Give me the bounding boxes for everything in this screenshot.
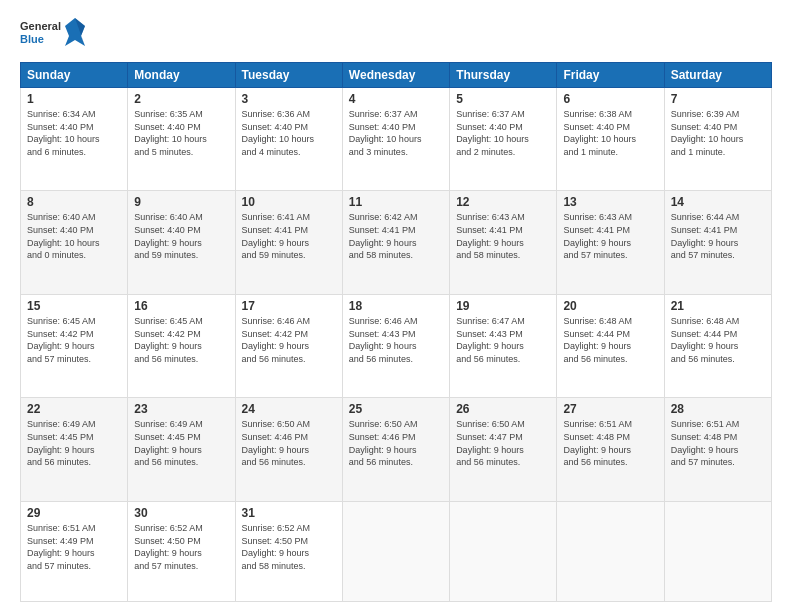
calendar-cell: 22Sunrise: 6:49 AM Sunset: 4:45 PM Dayli… <box>21 398 128 501</box>
calendar-week-row: 15Sunrise: 6:45 AM Sunset: 4:42 PM Dayli… <box>21 294 772 397</box>
calendar-cell: 9Sunrise: 6:40 AM Sunset: 4:40 PM Daylig… <box>128 191 235 294</box>
calendar-cell: 28Sunrise: 6:51 AM Sunset: 4:48 PM Dayli… <box>664 398 771 501</box>
day-info: Sunrise: 6:46 AM Sunset: 4:43 PM Dayligh… <box>349 315 443 365</box>
day-number: 1 <box>27 92 121 106</box>
calendar-week-row: 8Sunrise: 6:40 AM Sunset: 4:40 PM Daylig… <box>21 191 772 294</box>
day-info: Sunrise: 6:48 AM Sunset: 4:44 PM Dayligh… <box>671 315 765 365</box>
day-number: 29 <box>27 506 121 520</box>
day-info: Sunrise: 6:42 AM Sunset: 4:41 PM Dayligh… <box>349 211 443 261</box>
day-number: 9 <box>134 195 228 209</box>
calendar-cell: 23Sunrise: 6:49 AM Sunset: 4:45 PM Dayli… <box>128 398 235 501</box>
day-number: 26 <box>456 402 550 416</box>
day-number: 6 <box>563 92 657 106</box>
day-number: 11 <box>349 195 443 209</box>
day-number: 2 <box>134 92 228 106</box>
day-info: Sunrise: 6:37 AM Sunset: 4:40 PM Dayligh… <box>456 108 550 158</box>
day-number: 8 <box>27 195 121 209</box>
calendar-cell: 17Sunrise: 6:46 AM Sunset: 4:42 PM Dayli… <box>235 294 342 397</box>
calendar-cell: 16Sunrise: 6:45 AM Sunset: 4:42 PM Dayli… <box>128 294 235 397</box>
calendar-cell: 21Sunrise: 6:48 AM Sunset: 4:44 PM Dayli… <box>664 294 771 397</box>
day-info: Sunrise: 6:34 AM Sunset: 4:40 PM Dayligh… <box>27 108 121 158</box>
calendar-week-row: 22Sunrise: 6:49 AM Sunset: 4:45 PM Dayli… <box>21 398 772 501</box>
day-info: Sunrise: 6:52 AM Sunset: 4:50 PM Dayligh… <box>242 522 336 572</box>
day-info: Sunrise: 6:35 AM Sunset: 4:40 PM Dayligh… <box>134 108 228 158</box>
day-info: Sunrise: 6:49 AM Sunset: 4:45 PM Dayligh… <box>27 418 121 468</box>
day-number: 12 <box>456 195 550 209</box>
calendar-cell: 13Sunrise: 6:43 AM Sunset: 4:41 PM Dayli… <box>557 191 664 294</box>
day-info: Sunrise: 6:41 AM Sunset: 4:41 PM Dayligh… <box>242 211 336 261</box>
day-number: 28 <box>671 402 765 416</box>
calendar-cell: 11Sunrise: 6:42 AM Sunset: 4:41 PM Dayli… <box>342 191 449 294</box>
day-info: Sunrise: 6:45 AM Sunset: 4:42 PM Dayligh… <box>27 315 121 365</box>
day-number: 27 <box>563 402 657 416</box>
column-header-tuesday: Tuesday <box>235 63 342 88</box>
calendar-cell: 1Sunrise: 6:34 AM Sunset: 4:40 PM Daylig… <box>21 88 128 191</box>
day-number: 19 <box>456 299 550 313</box>
day-number: 24 <box>242 402 336 416</box>
column-header-saturday: Saturday <box>664 63 771 88</box>
calendar-cell: 31Sunrise: 6:52 AM Sunset: 4:50 PM Dayli… <box>235 501 342 601</box>
day-info: Sunrise: 6:43 AM Sunset: 4:41 PM Dayligh… <box>563 211 657 261</box>
calendar-week-row: 29Sunrise: 6:51 AM Sunset: 4:49 PM Dayli… <box>21 501 772 601</box>
calendar-cell <box>450 501 557 601</box>
day-info: Sunrise: 6:50 AM Sunset: 4:46 PM Dayligh… <box>242 418 336 468</box>
calendar-cell <box>342 501 449 601</box>
day-info: Sunrise: 6:45 AM Sunset: 4:42 PM Dayligh… <box>134 315 228 365</box>
calendar-cell: 30Sunrise: 6:52 AM Sunset: 4:50 PM Dayli… <box>128 501 235 601</box>
calendar-cell: 4Sunrise: 6:37 AM Sunset: 4:40 PM Daylig… <box>342 88 449 191</box>
calendar-cell: 25Sunrise: 6:50 AM Sunset: 4:46 PM Dayli… <box>342 398 449 501</box>
day-info: Sunrise: 6:51 AM Sunset: 4:49 PM Dayligh… <box>27 522 121 572</box>
calendar-cell: 5Sunrise: 6:37 AM Sunset: 4:40 PM Daylig… <box>450 88 557 191</box>
day-info: Sunrise: 6:39 AM Sunset: 4:40 PM Dayligh… <box>671 108 765 158</box>
day-number: 25 <box>349 402 443 416</box>
calendar-cell: 19Sunrise: 6:47 AM Sunset: 4:43 PM Dayli… <box>450 294 557 397</box>
day-info: Sunrise: 6:47 AM Sunset: 4:43 PM Dayligh… <box>456 315 550 365</box>
day-number: 18 <box>349 299 443 313</box>
day-info: Sunrise: 6:51 AM Sunset: 4:48 PM Dayligh… <box>563 418 657 468</box>
day-number: 4 <box>349 92 443 106</box>
day-info: Sunrise: 6:43 AM Sunset: 4:41 PM Dayligh… <box>456 211 550 261</box>
day-number: 20 <box>563 299 657 313</box>
svg-text:General: General <box>20 20 61 32</box>
day-info: Sunrise: 6:40 AM Sunset: 4:40 PM Dayligh… <box>134 211 228 261</box>
calendar-cell: 7Sunrise: 6:39 AM Sunset: 4:40 PM Daylig… <box>664 88 771 191</box>
column-header-sunday: Sunday <box>21 63 128 88</box>
calendar-cell: 2Sunrise: 6:35 AM Sunset: 4:40 PM Daylig… <box>128 88 235 191</box>
calendar-cell: 27Sunrise: 6:51 AM Sunset: 4:48 PM Dayli… <box>557 398 664 501</box>
day-info: Sunrise: 6:52 AM Sunset: 4:50 PM Dayligh… <box>134 522 228 572</box>
day-number: 7 <box>671 92 765 106</box>
calendar-cell: 26Sunrise: 6:50 AM Sunset: 4:47 PM Dayli… <box>450 398 557 501</box>
calendar-header-row: SundayMondayTuesdayWednesdayThursdayFrid… <box>21 63 772 88</box>
calendar-cell: 3Sunrise: 6:36 AM Sunset: 4:40 PM Daylig… <box>235 88 342 191</box>
calendar-cell: 24Sunrise: 6:50 AM Sunset: 4:46 PM Dayli… <box>235 398 342 501</box>
day-number: 17 <box>242 299 336 313</box>
day-info: Sunrise: 6:46 AM Sunset: 4:42 PM Dayligh… <box>242 315 336 365</box>
day-number: 10 <box>242 195 336 209</box>
day-info: Sunrise: 6:40 AM Sunset: 4:40 PM Dayligh… <box>27 211 121 261</box>
calendar-cell <box>557 501 664 601</box>
day-number: 30 <box>134 506 228 520</box>
day-number: 16 <box>134 299 228 313</box>
svg-text:Blue: Blue <box>20 33 44 45</box>
calendar-cell: 6Sunrise: 6:38 AM Sunset: 4:40 PM Daylig… <box>557 88 664 191</box>
column-header-monday: Monday <box>128 63 235 88</box>
day-info: Sunrise: 6:50 AM Sunset: 4:47 PM Dayligh… <box>456 418 550 468</box>
calendar-cell: 10Sunrise: 6:41 AM Sunset: 4:41 PM Dayli… <box>235 191 342 294</box>
calendar-cell: 20Sunrise: 6:48 AM Sunset: 4:44 PM Dayli… <box>557 294 664 397</box>
calendar-cell: 18Sunrise: 6:46 AM Sunset: 4:43 PM Dayli… <box>342 294 449 397</box>
day-info: Sunrise: 6:44 AM Sunset: 4:41 PM Dayligh… <box>671 211 765 261</box>
header: General Blue <box>20 16 772 54</box>
day-info: Sunrise: 6:48 AM Sunset: 4:44 PM Dayligh… <box>563 315 657 365</box>
day-number: 21 <box>671 299 765 313</box>
calendar-week-row: 1Sunrise: 6:34 AM Sunset: 4:40 PM Daylig… <box>21 88 772 191</box>
day-info: Sunrise: 6:49 AM Sunset: 4:45 PM Dayligh… <box>134 418 228 468</box>
logo-svg: General Blue <box>20 16 90 54</box>
day-number: 3 <box>242 92 336 106</box>
day-info: Sunrise: 6:36 AM Sunset: 4:40 PM Dayligh… <box>242 108 336 158</box>
calendar-cell: 29Sunrise: 6:51 AM Sunset: 4:49 PM Dayli… <box>21 501 128 601</box>
calendar-cell: 8Sunrise: 6:40 AM Sunset: 4:40 PM Daylig… <box>21 191 128 294</box>
calendar-table: SundayMondayTuesdayWednesdayThursdayFrid… <box>20 62 772 602</box>
calendar-cell: 12Sunrise: 6:43 AM Sunset: 4:41 PM Dayli… <box>450 191 557 294</box>
calendar-cell: 15Sunrise: 6:45 AM Sunset: 4:42 PM Dayli… <box>21 294 128 397</box>
day-number: 23 <box>134 402 228 416</box>
